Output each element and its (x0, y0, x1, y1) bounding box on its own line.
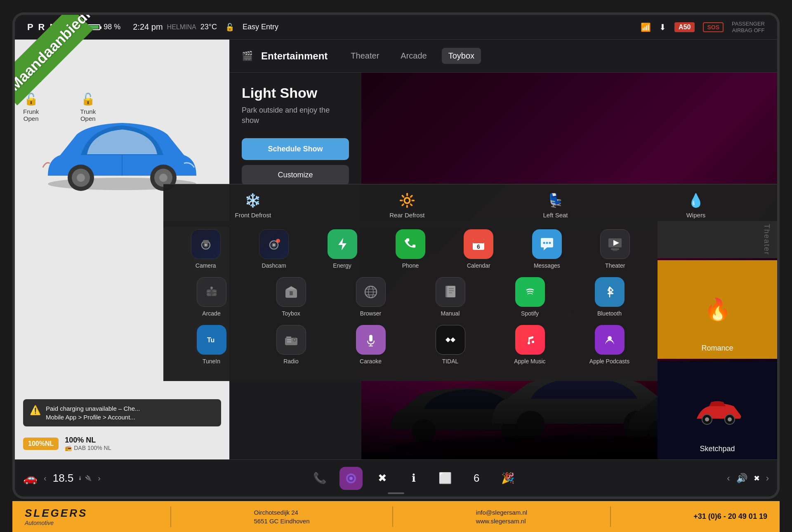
siri-icon (345, 473, 357, 484)
taskbar-square-btn[interactable]: ⬜ (434, 467, 457, 490)
speed-unit: KM/H (23, 75, 221, 84)
tunein-icon: Tu (197, 325, 226, 355)
app-tunein[interactable]: Tu TuneIn (191, 325, 232, 365)
apple-podcasts-label: Apple Podcasts (589, 358, 629, 365)
app-spotify[interactable]: Spotify (509, 277, 551, 317)
caraoke-icon (356, 325, 386, 355)
taskbar-info-btn[interactable]: ℹ (402, 467, 425, 490)
camera-label: Camera (196, 262, 216, 269)
svg-point-3 (77, 174, 85, 182)
dealer-address-2: 5651 GC Eindhoven (254, 518, 309, 525)
battery-fill (87, 26, 99, 29)
theater-icon (600, 229, 630, 259)
messages-icon (532, 229, 562, 259)
media-card-romance[interactable]: 🔥 Romance (658, 260, 777, 359)
svg-point-12 (623, 411, 652, 439)
entertainment-title: Entertainment (261, 50, 328, 62)
taskbar-car-icon[interactable]: 🚗 (23, 471, 38, 485)
taskbar-confetti-btn[interactable]: 🎉 (496, 467, 519, 490)
tab-arcade[interactable]: Arcade (394, 48, 433, 64)
taskbar-close-btn[interactable]: ✖ (371, 467, 394, 490)
radio-details: 100% NL 📻 DAB 100% NL (65, 436, 111, 451)
phone-label: Phone (402, 262, 419, 269)
left-seat-btn[interactable]: 💺 Left Seat (543, 193, 568, 219)
svg-rect-19 (203, 240, 209, 243)
manual-icon (436, 277, 465, 307)
taskbar: 🚗 ‹ 18.5 🌡 🔌 › 📞 (15, 459, 777, 497)
app-apple-music[interactable]: Apple Music (509, 325, 551, 365)
battery-display: 98 % (85, 23, 120, 31)
app-caraoke[interactable]: Caraoke (350, 325, 391, 365)
dealer-email: info@slegersam.nl (476, 509, 527, 516)
schedule-show-button[interactable]: Schedule Show (242, 138, 349, 160)
app-phone[interactable]: Phone (390, 229, 431, 269)
app-row-2: Arcade Toybox Browser (176, 277, 645, 317)
left-seat-icon: 💺 (547, 193, 564, 208)
tunein-label: TuneIn (203, 358, 220, 365)
front-defrost-label: Front Defrost (235, 212, 271, 219)
app-theater[interactable]: Theater (594, 229, 636, 269)
romance-label: Romance (658, 344, 777, 353)
dealer-address-1: Oirchotsedijk 24 (254, 509, 309, 516)
app-tidal[interactable]: TIDAL (430, 325, 471, 365)
apple-music-icon (515, 325, 545, 355)
taskbar-media-next[interactable]: › (766, 473, 769, 484)
customize-button[interactable]: Customize (242, 165, 349, 185)
wipers-btn[interactable]: 💧 Wipers (686, 193, 706, 219)
svg-point-6 (159, 174, 167, 182)
spotify-icon (515, 277, 545, 307)
app-arcade[interactable]: Arcade (191, 277, 232, 317)
app-dashcam[interactable]: ! Dashcam (253, 229, 295, 269)
easy-entry-label: Easy Entry (243, 23, 278, 31)
taskbar-media-prev[interactable]: ‹ (727, 473, 730, 484)
front-defrost-btn[interactable]: ❄️ Front Defrost (235, 193, 271, 219)
taskbar-siri-btn[interactable] (339, 467, 363, 490)
light-show-title: Light Show (242, 85, 349, 101)
app-messages[interactable]: Messages (526, 229, 568, 269)
tab-theater[interactable]: Theater (344, 48, 386, 64)
app-manual[interactable]: Manual (430, 277, 471, 317)
charging-icon: 🔌 (85, 475, 92, 481)
taskbar-phone-btn[interactable]: 📞 (308, 467, 331, 490)
time-display: 2:24 pm (133, 22, 163, 32)
radio-info: 100%NL 100% NL 📻 DAB 100% NL (23, 436, 221, 451)
app-calendar[interactable]: 6 Calendar (458, 229, 499, 269)
app-apple-podcasts[interactable]: Apple Podcasts (589, 325, 630, 365)
app-bluetooth[interactable]: Bluetooth (589, 277, 630, 317)
taskbar-temp-sub: 🌡 🔌 (78, 475, 92, 481)
dealer-sub: Automotive (25, 520, 54, 526)
app-toybox[interactable]: Toybox (271, 277, 312, 317)
taskbar-temp-prev[interactable]: ‹ (44, 473, 47, 483)
tidal-icon (436, 325, 465, 355)
battery-percent: 98 % (104, 23, 120, 31)
dealer-website: www.slegersam.nl (476, 518, 527, 525)
entertainment-icon: 🎬 (242, 51, 253, 61)
taskbar-calendar-btn[interactable]: 6 (465, 467, 488, 490)
sketchpad-label: Sketchpad (658, 445, 777, 453)
rear-defrost-btn[interactable]: 🔆 Rear Defrost (389, 193, 424, 219)
svg-rect-53 (447, 286, 455, 297)
wifi-icon: 📶 (641, 22, 651, 32)
battery-bar (85, 24, 100, 30)
svg-point-73 (528, 342, 530, 344)
app-camera[interactable]: Camera (185, 229, 226, 269)
app-energy[interactable]: Energy (322, 229, 363, 269)
svg-rect-35 (611, 248, 619, 250)
arcade-label: Arcade (202, 310, 220, 317)
svg-rect-46 (290, 291, 293, 295)
svg-rect-41 (207, 292, 217, 294)
svg-point-9 (412, 419, 436, 443)
app-browser[interactable]: Browser (350, 277, 391, 317)
app-radio[interactable]: Radio (271, 325, 312, 365)
radio-app-label: Radio (283, 358, 299, 365)
dealer-logo: SLEGERS Automotive (25, 507, 87, 526)
media-card-sketchpad[interactable]: Sketchpad (658, 361, 777, 459)
tab-toybox[interactable]: Toybox (442, 48, 481, 64)
taskbar-temp-next[interactable]: › (98, 473, 101, 483)
dealer-bar: SLEGERS Automotive Oirchotsedijk 24 5651… (12, 501, 780, 532)
volume-mute-btn[interactable]: ✖ (754, 474, 760, 483)
theater-app-label: Theater (605, 262, 625, 269)
tidal-label: TIDAL (442, 358, 459, 365)
browser-label: Browser (360, 310, 381, 317)
light-show-desc: Park outside and enjoy the show (242, 105, 349, 126)
